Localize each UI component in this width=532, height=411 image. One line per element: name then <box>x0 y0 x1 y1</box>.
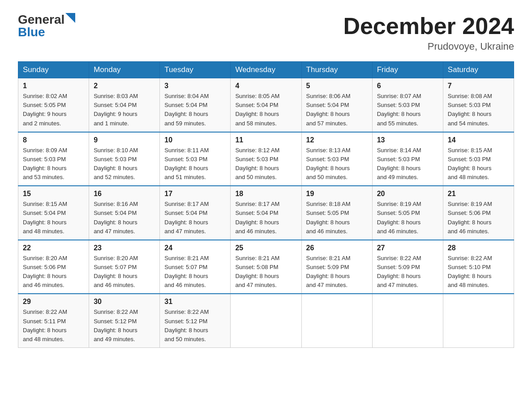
day-info: Sunrise: 8:11 AMSunset: 5:03 PMDaylight:… <box>164 147 209 180</box>
month-title: December 2024 <box>343 13 514 39</box>
col-thursday: Thursday <box>301 62 372 78</box>
day-number: 20 <box>377 190 438 198</box>
day-number: 19 <box>306 190 368 198</box>
table-row <box>372 294 443 347</box>
day-info: Sunrise: 8:22 AMSunset: 5:12 PMDaylight:… <box>164 308 209 342</box>
day-info: Sunrise: 8:20 AMSunset: 5:06 PMDaylight:… <box>23 255 67 288</box>
day-info: Sunrise: 8:07 AMSunset: 5:03 PMDaylight:… <box>377 93 421 126</box>
day-info: Sunrise: 8:13 AMSunset: 5:03 PMDaylight:… <box>306 147 351 180</box>
table-row: 14 Sunrise: 8:15 AMSunset: 5:03 PMDaylig… <box>443 132 514 186</box>
svg-marker-0 <box>65 13 75 23</box>
table-row: 22 Sunrise: 8:20 AMSunset: 5:06 PMDaylig… <box>18 240 89 294</box>
day-number: 25 <box>235 244 296 252</box>
day-info: Sunrise: 8:14 AMSunset: 5:03 PMDaylight:… <box>377 147 421 180</box>
logo-arrow-icon <box>65 13 75 23</box>
table-row: 30 Sunrise: 8:22 AMSunset: 5:12 PMDaylig… <box>89 294 160 347</box>
table-row: 2 Sunrise: 8:03 AMSunset: 5:04 PMDayligh… <box>89 78 160 132</box>
calendar-week-row: 22 Sunrise: 8:20 AMSunset: 5:06 PMDaylig… <box>18 240 514 294</box>
day-info: Sunrise: 8:10 AMSunset: 5:03 PMDaylight:… <box>94 147 138 180</box>
table-row <box>301 294 372 347</box>
table-row: 15 Sunrise: 8:15 AMSunset: 5:04 PMDaylig… <box>18 186 89 240</box>
calendar-week-row: 8 Sunrise: 8:09 AMSunset: 5:03 PMDayligh… <box>18 132 514 186</box>
day-number: 31 <box>164 298 226 306</box>
table-row: 21 Sunrise: 8:19 AMSunset: 5:06 PMDaylig… <box>443 186 514 240</box>
table-row: 10 Sunrise: 8:11 AMSunset: 5:03 PMDaylig… <box>160 132 231 186</box>
day-info: Sunrise: 8:22 AMSunset: 5:09 PMDaylight:… <box>377 255 421 288</box>
day-info: Sunrise: 8:20 AMSunset: 5:07 PMDaylight:… <box>94 255 138 288</box>
day-number: 16 <box>94 190 155 198</box>
day-number: 13 <box>377 136 438 144</box>
day-number: 1 <box>23 82 84 90</box>
table-row: 5 Sunrise: 8:06 AMSunset: 5:04 PMDayligh… <box>301 78 372 132</box>
day-number: 28 <box>448 244 509 252</box>
day-info: Sunrise: 8:06 AMSunset: 5:04 PMDaylight:… <box>306 93 351 126</box>
table-row <box>443 294 514 347</box>
table-row: 24 Sunrise: 8:21 AMSunset: 5:07 PMDaylig… <box>160 240 231 294</box>
day-number: 9 <box>94 136 155 144</box>
table-row: 6 Sunrise: 8:07 AMSunset: 5:03 PMDayligh… <box>372 78 443 132</box>
day-number: 27 <box>377 244 438 252</box>
col-wednesday: Wednesday <box>231 62 301 78</box>
col-sunday: Sunday <box>18 62 89 78</box>
day-info: Sunrise: 8:02 AMSunset: 5:05 PMDaylight:… <box>23 93 67 126</box>
day-number: 4 <box>235 82 296 90</box>
day-number: 18 <box>235 190 296 198</box>
title-area: December 2024 Prudovoye, Ukraine <box>343 13 514 52</box>
calendar-week-row: 29 Sunrise: 8:22 AMSunset: 5:11 PMDaylig… <box>18 294 514 347</box>
day-number: 2 <box>94 82 155 90</box>
logo-blue: Blue <box>18 26 45 39</box>
day-info: Sunrise: 8:15 AMSunset: 5:03 PMDaylight:… <box>448 147 492 180</box>
table-row: 11 Sunrise: 8:12 AMSunset: 5:03 PMDaylig… <box>231 132 301 186</box>
table-row: 26 Sunrise: 8:21 AMSunset: 5:09 PMDaylig… <box>301 240 372 294</box>
calendar-week-row: 1 Sunrise: 8:02 AMSunset: 5:05 PMDayligh… <box>18 78 514 132</box>
calendar-week-row: 15 Sunrise: 8:15 AMSunset: 5:04 PMDaylig… <box>18 186 514 240</box>
page-header: General Blue December 2024 Prudovoye, Uk… <box>18 13 514 52</box>
day-info: Sunrise: 8:03 AMSunset: 5:04 PMDaylight:… <box>94 93 138 126</box>
day-number: 26 <box>306 244 368 252</box>
day-info: Sunrise: 8:17 AMSunset: 5:04 PMDaylight:… <box>235 201 279 234</box>
day-info: Sunrise: 8:09 AMSunset: 5:03 PMDaylight:… <box>23 147 67 180</box>
col-monday: Monday <box>89 62 160 78</box>
day-number: 12 <box>306 136 368 144</box>
day-number: 8 <box>23 136 84 144</box>
table-row: 1 Sunrise: 8:02 AMSunset: 5:05 PMDayligh… <box>18 78 89 132</box>
day-info: Sunrise: 8:17 AMSunset: 5:04 PMDaylight:… <box>164 201 209 234</box>
table-row: 31 Sunrise: 8:22 AMSunset: 5:12 PMDaylig… <box>160 294 231 347</box>
table-row: 29 Sunrise: 8:22 AMSunset: 5:11 PMDaylig… <box>18 294 89 347</box>
location: Prudovoye, Ukraine <box>343 41 514 52</box>
table-row: 13 Sunrise: 8:14 AMSunset: 5:03 PMDaylig… <box>372 132 443 186</box>
col-tuesday: Tuesday <box>160 62 231 78</box>
day-number: 7 <box>448 82 509 90</box>
day-info: Sunrise: 8:16 AMSunset: 5:04 PMDaylight:… <box>94 201 138 234</box>
day-number: 5 <box>306 82 368 90</box>
table-row: 16 Sunrise: 8:16 AMSunset: 5:04 PMDaylig… <box>89 186 160 240</box>
day-info: Sunrise: 8:18 AMSunset: 5:05 PMDaylight:… <box>306 201 351 234</box>
day-info: Sunrise: 8:19 AMSunset: 5:05 PMDaylight:… <box>377 201 421 234</box>
table-row: 4 Sunrise: 8:05 AMSunset: 5:04 PMDayligh… <box>231 78 301 132</box>
table-row: 7 Sunrise: 8:08 AMSunset: 5:03 PMDayligh… <box>443 78 514 132</box>
day-number: 3 <box>164 82 226 90</box>
day-info: Sunrise: 8:05 AMSunset: 5:04 PMDaylight:… <box>235 93 279 126</box>
day-info: Sunrise: 8:21 AMSunset: 5:08 PMDaylight:… <box>235 255 279 288</box>
day-info: Sunrise: 8:15 AMSunset: 5:04 PMDaylight:… <box>23 201 67 234</box>
logo-general: General <box>18 13 64 26</box>
day-number: 24 <box>164 244 226 252</box>
day-number: 11 <box>235 136 296 144</box>
day-info: Sunrise: 8:22 AMSunset: 5:12 PMDaylight:… <box>94 308 138 342</box>
table-row: 12 Sunrise: 8:13 AMSunset: 5:03 PMDaylig… <box>301 132 372 186</box>
day-number: 6 <box>377 82 438 90</box>
day-info: Sunrise: 8:04 AMSunset: 5:04 PMDaylight:… <box>164 93 209 126</box>
day-info: Sunrise: 8:21 AMSunset: 5:07 PMDaylight:… <box>164 255 209 288</box>
table-row: 28 Sunrise: 8:22 AMSunset: 5:10 PMDaylig… <box>443 240 514 294</box>
day-number: 23 <box>94 244 155 252</box>
day-info: Sunrise: 8:21 AMSunset: 5:09 PMDaylight:… <box>306 255 351 288</box>
table-row: 25 Sunrise: 8:21 AMSunset: 5:08 PMDaylig… <box>231 240 301 294</box>
table-row: 19 Sunrise: 8:18 AMSunset: 5:05 PMDaylig… <box>301 186 372 240</box>
table-row: 9 Sunrise: 8:10 AMSunset: 5:03 PMDayligh… <box>89 132 160 186</box>
day-info: Sunrise: 8:12 AMSunset: 5:03 PMDaylight:… <box>235 147 279 180</box>
day-info: Sunrise: 8:22 AMSunset: 5:11 PMDaylight:… <box>23 308 67 342</box>
day-info: Sunrise: 8:08 AMSunset: 5:03 PMDaylight:… <box>448 93 492 126</box>
col-friday: Friday <box>372 62 443 78</box>
table-row: 23 Sunrise: 8:20 AMSunset: 5:07 PMDaylig… <box>89 240 160 294</box>
table-row: 8 Sunrise: 8:09 AMSunset: 5:03 PMDayligh… <box>18 132 89 186</box>
